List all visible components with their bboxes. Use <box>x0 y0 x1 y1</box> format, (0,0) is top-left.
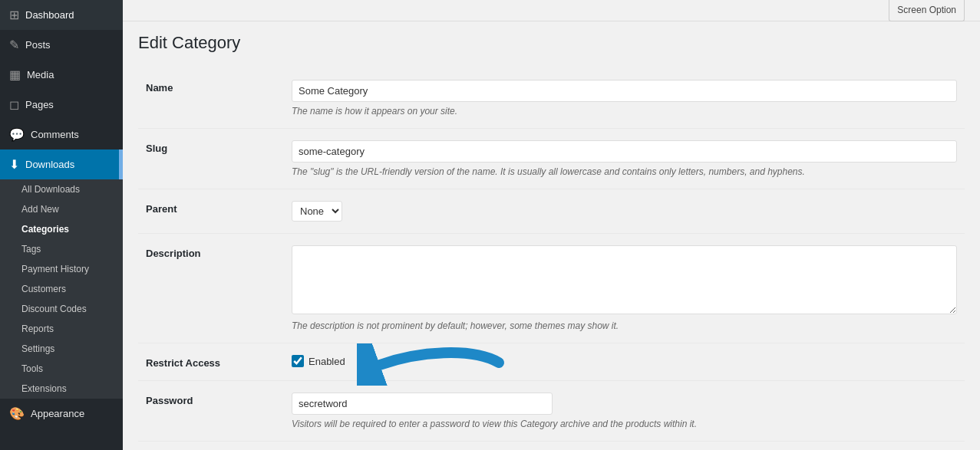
slug-row: Slug The "slug" is the URL-friendly vers… <box>138 129 965 189</box>
comments-icon: 💬 <box>9 127 25 142</box>
pages-icon: ◻ <box>9 97 19 112</box>
sidebar-item-customers[interactable]: Customers <box>0 279 123 299</box>
restrict-access-label: Restrict Access <box>138 343 276 381</box>
downloads-submenu: All Downloads Add New Categories Tags Pa… <box>0 179 123 399</box>
form-table: Name The name is how it appears on your … <box>138 68 965 442</box>
blue-arrow-svg <box>357 343 510 386</box>
sidebar: ⊞ Dashboard ✎ Posts ▦ Media ◻ Pages 💬 Co… <box>0 0 123 450</box>
sidebar-item-extensions[interactable]: Extensions <box>0 379 123 399</box>
sidebar-item-pages[interactable]: ◻ Pages <box>0 90 123 120</box>
sidebar-item-appearance[interactable]: 🎨 Appearance <box>0 399 123 429</box>
top-bar: Screen Option <box>123 0 980 21</box>
sidebar-item-payment-history[interactable]: Payment History <box>0 259 123 279</box>
parent-field-cell: None <box>276 189 965 234</box>
description-hint: The description is not prominent by defa… <box>292 320 957 331</box>
description-textarea[interactable] <box>292 245 957 314</box>
sidebar-item-posts[interactable]: ✎ Posts <box>0 30 123 60</box>
edit-category-form: Name The name is how it appears on your … <box>123 68 980 450</box>
name-row: Name The name is how it appears on your … <box>138 68 965 129</box>
password-hint: Visitors will be required to enter a pas… <box>292 419 957 429</box>
slug-field-cell: The "slug" is the URL-friendly version o… <box>276 129 965 189</box>
restrict-access-checkbox-label[interactable]: Enabled <box>292 355 345 367</box>
description-label: Description <box>138 234 276 343</box>
dashboard-icon: ⊞ <box>9 8 19 22</box>
screen-option-button[interactable]: Screen Option <box>889 0 965 21</box>
name-input[interactable] <box>292 80 957 102</box>
parent-label: Parent <box>138 189 276 234</box>
sidebar-item-tools[interactable]: Tools <box>0 359 123 379</box>
parent-row: Parent None <box>138 189 965 234</box>
sidebar-item-discount-codes[interactable]: Discount Codes <box>0 299 123 319</box>
page-header: Edit Category <box>123 21 980 68</box>
name-label: Name <box>138 68 276 129</box>
sidebar-item-comments[interactable]: 💬 Comments <box>0 120 123 149</box>
restrict-access-enabled-label: Enabled <box>309 356 345 367</box>
description-field-cell: The description is not prominent by defa… <box>276 234 965 343</box>
page-title: Edit Category <box>138 33 965 53</box>
description-row: Description The description is not promi… <box>138 234 965 343</box>
password-row: Password Visitors will be required to en… <box>138 381 965 442</box>
arrow-annotation <box>357 343 510 388</box>
sidebar-item-settings[interactable]: Settings <box>0 339 123 359</box>
name-field-cell: The name is how it appears on your site. <box>276 68 965 129</box>
parent-select[interactable]: None <box>292 201 342 222</box>
restrict-access-field-cell: Enabled <box>276 343 965 381</box>
posts-icon: ✎ <box>9 38 19 52</box>
sidebar-item-reports[interactable]: Reports <box>0 319 123 339</box>
sidebar-item-dashboard[interactable]: ⊞ Dashboard <box>0 0 123 30</box>
sidebar-item-categories[interactable]: Categories <box>0 219 123 239</box>
password-input[interactable] <box>292 393 553 415</box>
appearance-icon: 🎨 <box>9 406 25 421</box>
media-icon: ▦ <box>9 67 21 82</box>
sidebar-item-all-downloads[interactable]: All Downloads <box>0 179 123 199</box>
sidebar-item-downloads[interactable]: ⬇ Downloads <box>0 149 123 179</box>
name-hint: The name is how it appears on your site. <box>292 106 957 117</box>
password-label: Password <box>138 381 276 442</box>
sidebar-item-tags[interactable]: Tags <box>0 239 123 259</box>
slug-label: Slug <box>138 129 276 189</box>
slug-input[interactable] <box>292 140 957 163</box>
password-field-cell: Visitors will be required to enter a pas… <box>276 381 965 442</box>
restrict-access-row: Restrict Access Enabled <box>138 343 965 381</box>
sidebar-item-media[interactable]: ▦ Media <box>0 60 123 90</box>
slug-hint: The "slug" is the URL-friendly version o… <box>292 166 957 177</box>
restrict-access-checkbox[interactable] <box>292 355 304 367</box>
main-content: Screen Option Edit Category Name The nam… <box>123 0 980 450</box>
sidebar-item-add-new[interactable]: Add New <box>0 199 123 219</box>
downloads-icon: ⬇ <box>9 157 19 172</box>
